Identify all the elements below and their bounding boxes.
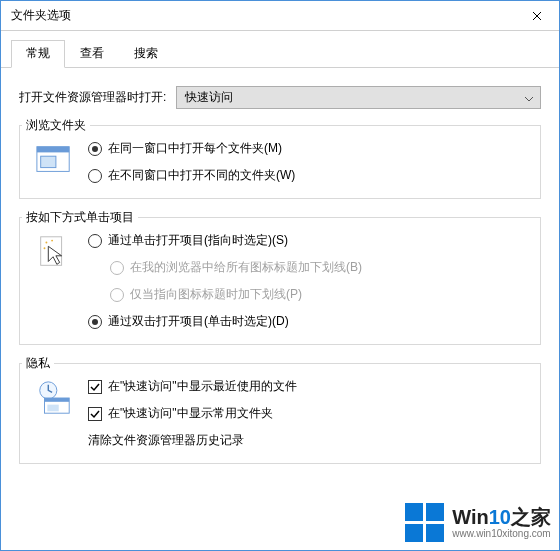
- wm-url: www.win10xitong.com: [452, 528, 551, 539]
- tab-strip: 常规 查看 搜索: [1, 31, 559, 68]
- browse-legend: 浏览文件夹: [22, 117, 90, 134]
- radio-underline-point: 仅当指向图标标题时加下划线(P): [110, 286, 526, 303]
- folder-window-icon: [34, 140, 74, 180]
- radio-icon: [88, 234, 102, 248]
- radio-browser-label: 在我的浏览器中给所有图标标题加下划线(B): [130, 259, 362, 276]
- radio-icon: [88, 142, 102, 156]
- close-button[interactable]: [514, 1, 559, 31]
- checkbox-icon: [88, 407, 102, 421]
- privacy-group: 隐私 在"快速访问"中显示最近: [19, 363, 541, 464]
- radio-new-window[interactable]: 在不同窗口中打开不同的文件夹(W): [88, 167, 526, 184]
- tab-general[interactable]: 常规: [11, 40, 65, 68]
- open-with-value: 快速访问: [185, 89, 233, 106]
- wm-brand3: 之家: [511, 506, 551, 528]
- open-with-combobox[interactable]: 快速访问: [176, 86, 541, 109]
- chevron-down-icon: [524, 91, 534, 105]
- radio-icon: [88, 315, 102, 329]
- open-with-label: 打开文件资源管理器时打开:: [19, 89, 166, 106]
- open-with-row: 打开文件资源管理器时打开: 快速访问: [19, 86, 541, 109]
- radio-icon: [88, 169, 102, 183]
- tab-content: 打开文件资源管理器时打开: 快速访问 浏览文件夹: [1, 68, 559, 474]
- tab-search[interactable]: 搜索: [119, 40, 173, 68]
- watermark-text: Win10之家 www.win10xitong.com: [452, 506, 551, 539]
- tab-general-label: 常规: [26, 46, 50, 60]
- radio-single-label: 通过单击打开项目(指向时选定)(S): [108, 232, 288, 249]
- clear-history-row: 清除文件资源管理器历史记录: [88, 432, 526, 449]
- svg-rect-1: [37, 147, 69, 153]
- checkbox-frequent-label: 在"快速访问"中显示常用文件夹: [108, 405, 273, 422]
- close-icon: [532, 11, 542, 21]
- radio-same-label: 在同一窗口中打开每个文件夹(M): [108, 140, 282, 157]
- svg-rect-10: [45, 398, 70, 402]
- click-items-group: 按如下方式单击项目 通过单击打开项目(指向时选定)(S): [19, 217, 541, 345]
- checkbox-frequent-folders[interactable]: 在"快速访问"中显示常用文件夹: [88, 405, 526, 422]
- radio-double-label: 通过双击打开项目(单击时选定)(D): [108, 313, 289, 330]
- svg-rect-11: [47, 405, 58, 412]
- window-title: 文件夹选项: [11, 7, 71, 24]
- wm-brand1: Win: [452, 506, 488, 528]
- click-legend: 按如下方式单击项目: [22, 209, 138, 226]
- radio-point-label: 仅当指向图标标题时加下划线(P): [130, 286, 302, 303]
- checkbox-recent-files[interactable]: 在"快速访问"中显示最近使用的文件: [88, 378, 526, 395]
- svg-point-5: [45, 242, 47, 244]
- svg-point-6: [51, 240, 53, 242]
- wm-brand2: 10: [489, 506, 511, 528]
- watermark: Win10之家 www.win10xitong.com: [405, 503, 551, 542]
- titlebar: 文件夹选项: [1, 1, 559, 31]
- radio-icon: [110, 261, 124, 275]
- checkbox-icon: [88, 380, 102, 394]
- radio-new-label: 在不同窗口中打开不同的文件夹(W): [108, 167, 295, 184]
- tab-view[interactable]: 查看: [65, 40, 119, 68]
- radio-double-click[interactable]: 通过双击打开项目(单击时选定)(D): [88, 313, 526, 330]
- radio-underline-browser: 在我的浏览器中给所有图标标题加下划线(B): [110, 259, 526, 276]
- radio-icon: [110, 288, 124, 302]
- clear-history-label: 清除文件资源管理器历史记录: [88, 432, 244, 449]
- tab-search-label: 搜索: [134, 46, 158, 60]
- folder-options-window: 文件夹选项 常规 查看 搜索 打开文件资源管理器时打开: 快速访问 浏览文件夹: [0, 0, 560, 551]
- browse-folders-group: 浏览文件夹 在同一窗口中打开每个文件夹(M): [19, 125, 541, 199]
- radio-same-window[interactable]: 在同一窗口中打开每个文件夹(M): [88, 140, 526, 157]
- radio-single-click[interactable]: 通过单击打开项目(指向时选定)(S): [88, 232, 526, 249]
- checkbox-recent-label: 在"快速访问"中显示最近使用的文件: [108, 378, 297, 395]
- windows-logo-icon: [405, 503, 444, 542]
- click-cursor-icon: [34, 232, 74, 272]
- privacy-clock-icon: [34, 378, 74, 418]
- svg-rect-2: [41, 156, 56, 167]
- tab-view-label: 查看: [80, 46, 104, 60]
- svg-point-7: [44, 247, 46, 249]
- privacy-legend: 隐私: [22, 355, 54, 372]
